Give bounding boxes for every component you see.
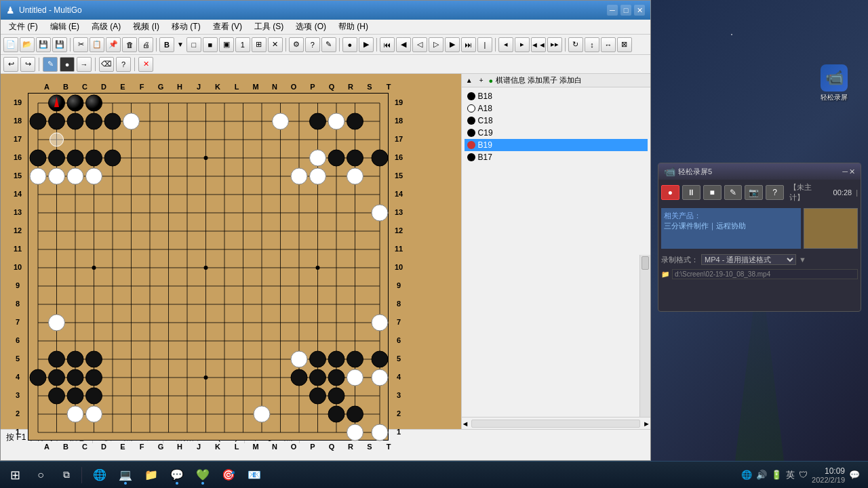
- tb-back2[interactable]: ◄◄: [531, 37, 546, 52]
- panel-hscroll[interactable]: [471, 420, 640, 428]
- tb-circle[interactable]: ●: [342, 37, 357, 52]
- tree-item-b18[interactable]: B18: [465, 90, 648, 102]
- tb-sq1[interactable]: □: [186, 37, 201, 52]
- tb-prev2[interactable]: ◁: [412, 37, 427, 52]
- rec-format-dropdown[interactable]: ▼: [799, 256, 806, 264]
- scroll-area[interactable]: [639, 255, 650, 417]
- tb-black[interactable]: B: [159, 37, 174, 52]
- taskbar-app-folder[interactable]: 📁: [139, 464, 163, 486]
- antivirus-icon[interactable]: 🛡: [799, 470, 808, 480]
- tb2-q[interactable]: ?: [116, 57, 131, 72]
- start-button[interactable]: ⊞: [3, 464, 27, 486]
- tb-tool1[interactable]: ⚙: [289, 37, 304, 52]
- tree-item-b19[interactable]: B19: [465, 139, 648, 151]
- rec-pause-btn[interactable]: ⏸: [682, 185, 701, 200]
- tb-del[interactable]: 🗑: [122, 37, 137, 52]
- task-view-button[interactable]: ⧉: [54, 464, 79, 486]
- taskbar-app-game[interactable]: 🎯: [216, 464, 241, 486]
- tb-copy[interactable]: 📋: [90, 37, 104, 52]
- menu-file[interactable]: 文件 (F): [3, 20, 43, 33]
- tb-back[interactable]: ◂: [498, 37, 513, 52]
- taskbar-app-mail[interactable]: 📧: [242, 464, 267, 486]
- tb2-arrow[interactable]: →: [77, 57, 92, 72]
- tb-cut[interactable]: ✂: [73, 37, 88, 52]
- menu-tools[interactable]: 工具 (S): [249, 20, 289, 33]
- tb-save[interactable]: 💾: [36, 37, 51, 52]
- tb-next2[interactable]: ▷: [429, 37, 443, 52]
- tb-tool3[interactable]: ✎: [321, 37, 336, 52]
- tb-next-last[interactable]: ⏭: [461, 37, 476, 52]
- tree-item-a18[interactable]: A18: [465, 102, 648, 115]
- menu-advanced[interactable]: 高级 (A): [86, 20, 126, 33]
- battery-icon[interactable]: 🔋: [771, 470, 782, 480]
- tb-fwd[interactable]: ▸: [515, 37, 530, 52]
- tb-rotate[interactable]: ↻: [568, 37, 583, 52]
- network-icon[interactable]: 🌐: [741, 470, 752, 480]
- tb-print[interactable]: 🖨: [138, 37, 153, 52]
- tb2-black-stone[interactable]: ●: [60, 57, 75, 72]
- rec-help-btn[interactable]: ?: [766, 185, 784, 200]
- tb-sq3[interactable]: ▣: [219, 37, 234, 52]
- panel-scroll-right[interactable]: ►: [643, 420, 650, 428]
- clock[interactable]: 10:09 2022/2/19: [812, 466, 845, 484]
- menu-edit[interactable]: 编辑 (E): [45, 20, 85, 33]
- tb-prev-first[interactable]: ⏮: [380, 37, 395, 52]
- tb-other[interactable]: ⊠: [617, 37, 632, 52]
- tb-bar[interactable]: |: [477, 37, 492, 52]
- go-board[interactable]: [28, 93, 389, 441]
- rec-draw-btn[interactable]: ✎: [724, 185, 743, 200]
- volume-icon[interactable]: 🔊: [756, 470, 767, 480]
- tb2-redo[interactable]: ↪: [20, 57, 35, 72]
- tb-arr[interactable]: ⊞: [252, 37, 267, 52]
- search-button[interactable]: ○: [28, 464, 53, 486]
- tb-cross[interactable]: ✕: [268, 37, 283, 52]
- menu-help[interactable]: 帮助 (H): [333, 20, 374, 33]
- menu-video[interactable]: 视频 (I): [127, 20, 165, 33]
- menu-move[interactable]: 移动 (T): [166, 20, 206, 33]
- rec-minimize[interactable]: ─: [842, 167, 848, 176]
- tb-new[interactable]: 📄: [3, 37, 18, 52]
- tree-item-b17[interactable]: B17: [465, 151, 648, 163]
- tb2-cross[interactable]: ✕: [138, 57, 153, 72]
- rec-path-input[interactable]: [672, 269, 858, 279]
- tb-next[interactable]: ▶: [445, 37, 460, 52]
- scroll-thumb[interactable]: [642, 256, 649, 270]
- taskbar-app-edge[interactable]: 🌐: [87, 464, 112, 486]
- keyboard-icon[interactable]: 英: [786, 469, 795, 481]
- rec-close[interactable]: ✕: [849, 167, 855, 176]
- tb-prev[interactable]: ◀: [396, 37, 411, 52]
- tb-fwd2[interactable]: ▸▸: [547, 37, 562, 52]
- panel-scroll-up[interactable]: ▲: [465, 76, 474, 85]
- tb-fliph[interactable]: ↔: [601, 37, 616, 52]
- tb-sq2[interactable]: ■: [203, 37, 218, 52]
- menu-search[interactable]: 查看 (V): [208, 20, 248, 33]
- panel-expand[interactable]: +: [477, 76, 486, 85]
- tb2-eraser[interactable]: ⌫: [99, 57, 114, 72]
- tb-save2[interactable]: 💾: [52, 37, 67, 52]
- game-tree[interactable]: B18 A18 C18 C19 B19: [462, 87, 650, 255]
- maximize-button[interactable]: □: [620, 5, 631, 16]
- taskbar-app-explorer[interactable]: 💻: [113, 464, 138, 486]
- desktop-icon-recorder[interactable]: 📹 轻松录屏: [810, 64, 858, 102]
- tb-play[interactable]: ▶: [359, 37, 374, 52]
- rec-format-select[interactable]: MP4 - 通用描述格式: [701, 254, 796, 265]
- panel-scroll-left[interactable]: ◄: [462, 420, 469, 428]
- minimize-button[interactable]: ─: [607, 5, 618, 16]
- taskbar-app-chat[interactable]: 💬: [165, 464, 189, 486]
- tree-item-c19[interactable]: C19: [465, 127, 648, 139]
- tb-paste[interactable]: 📌: [106, 37, 121, 52]
- close-button[interactable]: ✕: [634, 5, 645, 16]
- tree-item-c18[interactable]: C18: [465, 115, 648, 127]
- taskbar-app-wechat[interactable]: 💚: [191, 464, 215, 486]
- rec-record-btn[interactable]: ●: [661, 185, 679, 200]
- tb2-undo[interactable]: ↩: [3, 57, 18, 72]
- rec-folder-icon[interactable]: 📁: [661, 270, 669, 278]
- notification-icon[interactable]: 💬: [849, 470, 860, 480]
- tb-open[interactable]: 📂: [20, 37, 35, 52]
- tb-num[interactable]: 1: [235, 37, 250, 52]
- rec-camera-btn[interactable]: 📷: [745, 185, 763, 200]
- tb-tool2[interactable]: ?: [305, 37, 320, 52]
- menu-options[interactable]: 选项 (O): [290, 20, 332, 33]
- tb2-pencil[interactable]: ✎: [43, 57, 58, 72]
- rec-stop-btn[interactable]: ■: [703, 185, 722, 200]
